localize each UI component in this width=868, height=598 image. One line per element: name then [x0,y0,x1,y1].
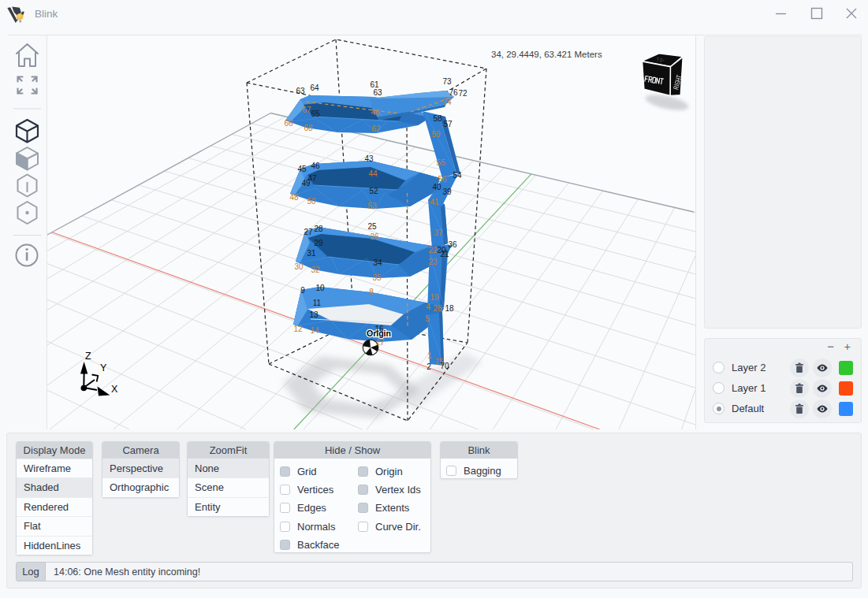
svg-text:53: 53 [367,202,377,210]
svg-text:4: 4 [426,303,430,311]
svg-text:46: 46 [311,162,320,170]
svg-text:75: 75 [434,358,444,366]
svg-text:X: X [111,384,118,395]
svg-text:67: 67 [302,106,311,114]
svg-text:52: 52 [369,187,378,195]
svg-text:54: 54 [453,171,462,180]
svg-text:1: 1 [427,351,432,360]
svg-text:56: 56 [438,175,447,184]
svg-text:74: 74 [442,98,452,106]
svg-text:9: 9 [300,286,305,295]
svg-text:45: 45 [297,165,307,173]
svg-text:13: 13 [309,310,319,319]
svg-text:8: 8 [369,288,374,296]
svg-text:14: 14 [310,326,319,335]
svg-text:50: 50 [307,197,316,206]
svg-text:23: 23 [428,258,438,266]
svg-text:Z: Z [85,351,91,362]
svg-text:58: 58 [433,114,442,123]
svg-text:57: 57 [443,120,453,128]
svg-text:19: 19 [430,293,439,302]
svg-text:35: 35 [372,273,382,282]
svg-text:41: 41 [430,198,439,206]
svg-text:21: 21 [440,250,449,258]
svg-text:Y: Y [100,362,107,373]
svg-text:2: 2 [427,362,431,371]
svg-text:17: 17 [375,338,385,347]
svg-text:62: 62 [371,124,381,133]
svg-text:34, 29.4449, 63.421 Meters: 34, 29.4449, 63.421 Meters [491,50,602,59]
svg-text:11: 11 [313,299,322,307]
svg-text:39: 39 [442,188,452,196]
svg-text:30: 30 [294,262,304,271]
svg-text:40: 40 [432,183,441,191]
svg-text:46: 46 [371,108,380,117]
svg-text:63: 63 [296,87,305,95]
svg-text:28: 28 [314,225,323,233]
svg-text:10: 10 [315,284,325,292]
svg-text:49: 49 [301,179,311,188]
svg-text:48: 48 [289,193,299,202]
svg-text:34: 34 [373,258,382,267]
svg-text:37: 37 [434,228,443,237]
svg-text:5: 5 [425,314,430,323]
svg-text:22: 22 [428,246,438,254]
svg-text:55: 55 [436,158,445,167]
svg-text:31: 31 [307,249,316,258]
svg-text:64: 64 [310,84,319,92]
svg-text:43: 43 [364,154,374,163]
svg-text:76: 76 [449,88,458,97]
svg-text:65: 65 [311,110,320,118]
svg-text:12: 12 [293,325,303,333]
svg-text:25: 25 [367,222,377,231]
svg-text:59: 59 [431,130,441,139]
svg-text:68: 68 [304,124,313,132]
svg-text:28: 28 [433,304,442,313]
svg-text:44: 44 [368,169,378,178]
svg-text:29: 29 [314,239,323,247]
svg-text:27: 27 [304,228,313,236]
svg-text:72: 72 [458,89,468,98]
svg-text:36: 36 [448,240,457,249]
svg-text:16: 16 [374,325,384,333]
svg-text:26: 26 [370,232,379,241]
svg-text:73: 73 [442,77,452,86]
svg-text:18: 18 [445,304,454,313]
svg-text:32: 32 [311,266,320,274]
svg-text:63: 63 [373,88,382,97]
svg-text:66: 66 [284,119,293,128]
